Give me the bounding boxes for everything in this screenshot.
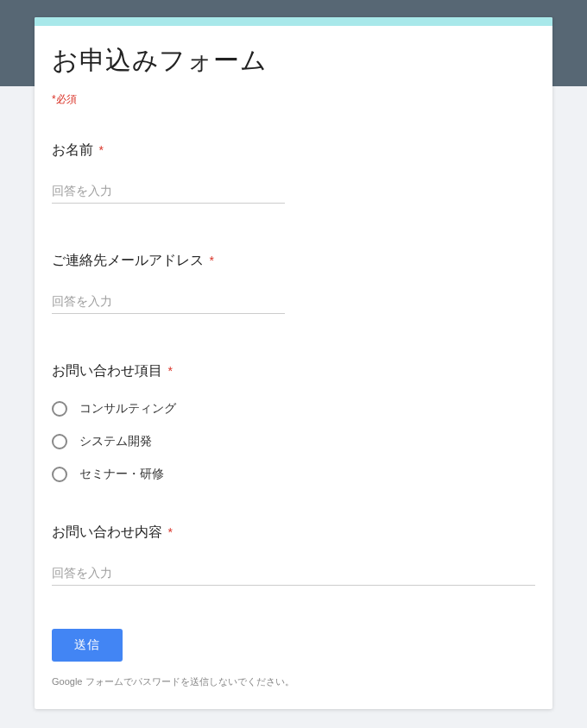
form-content: お申込みフォーム *必須 お名前 * ご連絡先メールアドレス * お問い合わせ項… bbox=[35, 26, 552, 709]
radio-option-seminar[interactable]: セミナー・研修 bbox=[52, 467, 535, 482]
radio-option-consulting[interactable]: コンサルティング bbox=[52, 401, 535, 417]
radio-label: システム開発 bbox=[79, 434, 152, 449]
required-asterisk: * bbox=[167, 525, 172, 539]
form-card: お申込みフォーム *必須 お名前 * ご連絡先メールアドレス * お問い合わせ項… bbox=[35, 17, 552, 709]
field-inquiry-type-label: お問い合わせ項目 * bbox=[52, 362, 535, 380]
field-name-label: お名前 * bbox=[52, 141, 535, 160]
form-title: お申込みフォーム bbox=[52, 43, 535, 78]
radio-icon bbox=[52, 401, 67, 417]
field-inquiry-type: お問い合わせ項目 * コンサルティング システム開発 セミナー・研修 bbox=[52, 362, 535, 482]
required-asterisk: * bbox=[167, 364, 172, 378]
email-input[interactable] bbox=[52, 291, 285, 314]
required-note: *必須 bbox=[52, 92, 535, 107]
radio-icon bbox=[52, 434, 67, 449]
label-text: お問い合わせ内容 bbox=[52, 524, 162, 539]
page-background: お申込みフォーム *必須 お名前 * ご連絡先メールアドレス * お問い合わせ項… bbox=[0, 0, 587, 728]
name-input[interactable] bbox=[52, 180, 285, 204]
submit-button[interactable]: 送信 bbox=[52, 629, 123, 662]
label-text: お問い合わせ項目 bbox=[52, 363, 162, 378]
field-email: ご連絡先メールアドレス * bbox=[52, 252, 535, 314]
label-text: お名前 bbox=[52, 142, 93, 157]
inquiry-content-input[interactable] bbox=[52, 562, 535, 586]
submit-row: 送信 bbox=[52, 629, 535, 662]
radio-label: コンサルティング bbox=[79, 401, 176, 417]
required-asterisk: * bbox=[98, 143, 103, 157]
field-email-label: ご連絡先メールアドレス * bbox=[52, 252, 535, 270]
radio-option-system-dev[interactable]: システム開発 bbox=[52, 434, 535, 449]
accent-bar bbox=[35, 17, 552, 26]
label-text: ご連絡先メールアドレス bbox=[52, 253, 204, 267]
field-inquiry-content: お問い合わせ内容 * bbox=[52, 524, 535, 586]
radio-label: セミナー・研修 bbox=[79, 467, 164, 482]
footer-note: Google フォームでパスワードを送信しないでください。 bbox=[52, 675, 535, 688]
field-name: お名前 * bbox=[52, 141, 535, 204]
field-inquiry-content-label: お問い合わせ内容 * bbox=[52, 524, 535, 542]
required-asterisk: * bbox=[209, 254, 213, 267]
radio-icon bbox=[52, 467, 67, 482]
